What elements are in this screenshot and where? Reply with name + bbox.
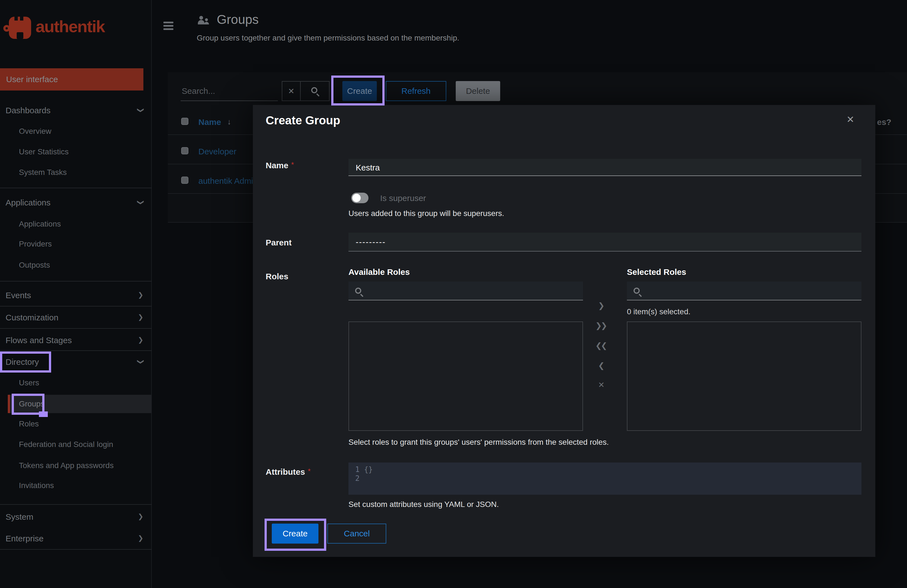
divider	[0, 306, 152, 307]
remove-all-icon[interactable]: ❮❮	[594, 339, 607, 352]
available-roles-listbox[interactable]	[348, 321, 583, 431]
sidebar-item-overview[interactable]: Overview	[19, 124, 51, 139]
sidebar-section-applications[interactable]: Applications	[6, 195, 51, 210]
row-checkbox[interactable]	[181, 147, 188, 154]
selected-roles-search[interactable]	[627, 281, 861, 300]
annotation-box-toolbar-create	[331, 75, 385, 105]
close-icon[interactable]: ✕	[846, 114, 854, 126]
add-all-icon[interactable]: ❯❯	[594, 319, 607, 332]
page-title: Groups	[217, 12, 259, 27]
sidebar-section-customization[interactable]: Customization	[6, 310, 58, 325]
sidebar-item-users[interactable]: Users	[19, 375, 39, 390]
delete-button[interactable]: Delete	[456, 81, 500, 101]
sidebar-item-invitations[interactable]: Invitations	[19, 478, 54, 493]
chevron-right-icon[interactable]: ❯	[135, 531, 146, 546]
modal-cancel-button[interactable]: Cancel	[327, 524, 386, 543]
chevron-down-icon[interactable]: ❯	[135, 195, 146, 210]
page-subtitle: Group users together and give them permi…	[197, 33, 459, 42]
group-link-developer[interactable]: Developer	[199, 147, 237, 156]
sidebar-section-system[interactable]: System	[6, 509, 34, 524]
parent-field-label: Parent	[266, 238, 292, 247]
sidebar-section-events[interactable]: Events	[6, 288, 31, 303]
sidebar-item-roles[interactable]: Roles	[19, 416, 39, 431]
attributes-help-text: Set custom attributes using YAML or JSON…	[348, 500, 499, 509]
chevron-down-icon[interactable]: ❯	[135, 354, 146, 369]
search-input[interactable]	[181, 81, 278, 101]
search-icon	[311, 87, 317, 93]
annotation-box-modal-create	[264, 519, 326, 551]
remove-selected-icon[interactable]: ❮	[594, 359, 607, 372]
sidebar-item-providers[interactable]: Providers	[19, 236, 52, 251]
sidebar-section-enterprise[interactable]: Enterprise	[6, 531, 43, 546]
divider	[0, 281, 152, 281]
sidebar-item-outposts[interactable]: Outposts	[19, 258, 50, 273]
toggle-knob	[353, 194, 361, 202]
available-roles-heading: Available Roles	[348, 267, 410, 276]
chevron-right-icon[interactable]: ❯	[135, 310, 146, 325]
divider	[0, 350, 152, 351]
roles-help-text: Select roles to grant this groups' users…	[348, 438, 609, 446]
selected-roles-search-input[interactable]	[627, 281, 861, 300]
sidebar-item-applications[interactable]: Applications	[19, 217, 61, 232]
clear-search-button[interactable]: ✕	[282, 81, 301, 101]
available-roles-search-input[interactable]	[348, 281, 583, 300]
parent-select[interactable]: ---------	[348, 233, 861, 251]
sidebar-item-federation-and-social-login[interactable]: Federation and Social login	[19, 437, 113, 452]
user-interface-button[interactable]: User interface	[0, 68, 143, 91]
selected-roles-heading: Selected Roles	[627, 267, 686, 276]
sidebar-section-flows-and-stages[interactable]: Flows and Stages	[6, 332, 72, 348]
chevron-down-icon[interactable]: ❯	[135, 103, 146, 118]
divider	[0, 504, 152, 505]
chevron-right-icon[interactable]: ❯	[135, 288, 146, 303]
is-superuser-label: Is superuser	[380, 193, 426, 203]
hamburger-menu-icon[interactable]	[163, 22, 173, 32]
sidebar-item-system-tasks[interactable]: System Tasks	[19, 165, 67, 180]
row-checkbox[interactable]	[181, 177, 188, 184]
sidebar: authentik User interface Dashboards ❯ Ov…	[0, 0, 152, 588]
create-group-modal: Create Group ✕ Name* Is superuser Users …	[253, 105, 875, 557]
app-window: authentik User interface Dashboards ❯ Ov…	[0, 0, 907, 588]
modal-title: Create Group	[266, 114, 340, 127]
annotation-box-groups-tail	[39, 411, 48, 417]
select-all-checkbox[interactable]	[181, 118, 188, 125]
column-header-name[interactable]: Name	[199, 117, 221, 126]
name-field[interactable]	[348, 159, 861, 176]
search-icon	[633, 288, 640, 294]
divider	[0, 328, 152, 329]
editor-content: {}	[364, 465, 373, 474]
sort-descending-icon[interactable]: ↓	[227, 117, 231, 126]
search-button[interactable]	[300, 81, 330, 101]
divider	[0, 549, 152, 550]
available-roles-search[interactable]	[348, 281, 583, 300]
roles-field-label: Roles	[266, 272, 288, 281]
groups-people-icon	[197, 14, 211, 28]
required-asterisk: *	[308, 467, 311, 475]
editor-line-number: 1	[352, 465, 360, 474]
selected-roles-listbox[interactable]	[627, 321, 861, 431]
selected-count-text: 0 item(s) selected.	[627, 307, 691, 316]
brand-wordmark: authentik	[35, 17, 105, 36]
name-field-label: Name*	[266, 160, 294, 171]
add-selected-icon[interactable]: ❯	[594, 299, 607, 312]
active-item-indicator	[8, 395, 10, 413]
annotation-box-directory	[0, 352, 51, 372]
group-link-authentik-admins[interactable]: authentik Admin	[199, 176, 253, 185]
required-asterisk: *	[291, 160, 294, 169]
sidebar-section-dashboards[interactable]: Dashboards	[6, 103, 51, 118]
clear-selection-icon[interactable]: ✕	[594, 378, 607, 391]
search-icon	[355, 288, 361, 294]
is-superuser-toggle[interactable]	[351, 193, 369, 203]
attributes-field-label: Attributes*	[266, 467, 311, 477]
chevron-right-icon[interactable]: ❯	[135, 509, 146, 524]
sidebar-item-tokens-and-app-passwords[interactable]: Tokens and App passwords	[19, 458, 114, 473]
attributes-code-editor[interactable]: 1 2 {}	[348, 462, 861, 495]
chevron-right-icon[interactable]: ❯	[135, 332, 146, 348]
editor-line-number: 2	[352, 474, 360, 483]
refresh-button[interactable]: Refresh	[386, 81, 446, 101]
column-header-superuser-fragment: es?	[877, 117, 891, 126]
superuser-help-text: Users added to this group will be superu…	[348, 209, 504, 218]
sidebar-item-user-statistics[interactable]: User Statistics	[19, 144, 69, 159]
divider	[0, 188, 152, 188]
